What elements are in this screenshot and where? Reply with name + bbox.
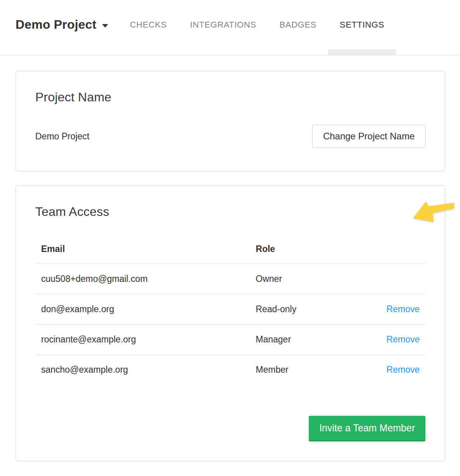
action-cell (355, 264, 425, 294)
project-switcher[interactable]: Demo Project (16, 17, 108, 37)
email-column-header: Email (35, 241, 250, 264)
email-cell: don@example.org (35, 294, 250, 325)
invite-row: Invite a Team Member (35, 416, 425, 441)
email-cell: cuu508+demo@gmail.com (35, 264, 250, 294)
role-cell: Read-only (250, 294, 355, 325)
tab-settings[interactable]: SETTINGS (328, 0, 396, 55)
tab-badges[interactable]: BADGES (268, 0, 328, 55)
nav-tabs: CHECKS INTEGRATIONS BADGES SETTINGS (118, 0, 396, 55)
remove-member-link[interactable]: Remove (386, 334, 420, 344)
table-header-row: Email Role (35, 241, 425, 264)
action-cell: Remove (355, 325, 425, 355)
change-project-name-button[interactable]: Change Project Name (312, 125, 425, 148)
role-column-header: Role (250, 241, 355, 264)
action-cell: Remove (355, 294, 425, 325)
invite-team-member-button[interactable]: Invite a Team Member (309, 416, 425, 441)
chevron-down-icon (102, 24, 108, 28)
team-access-card-title: Team Access (35, 205, 425, 219)
team-member-row: don@example.org Read-only Remove (35, 294, 425, 325)
project-settings-page: Demo Project CHECKS INTEGRATIONS BADGES … (0, 0, 460, 476)
actions-column-header (355, 241, 425, 264)
team-members-table: Email Role cuu508+demo@gmail.com Owner d… (35, 241, 425, 385)
team-member-row: sancho@example.org Member Remove (35, 355, 425, 385)
role-cell: Manager (250, 325, 355, 355)
project-name-card-title: Project Name (35, 90, 425, 104)
project-switcher-label: Demo Project (16, 17, 97, 32)
project-name-row: Demo Project Change Project Name (35, 125, 425, 148)
tab-integrations[interactable]: INTEGRATIONS (178, 0, 268, 55)
team-access-card: Team Access Email Role cuu508+demo@gmail… (16, 186, 445, 461)
top-nav: Demo Project CHECKS INTEGRATIONS BADGES … (0, 0, 460, 56)
project-name-value: Demo Project (35, 131, 89, 142)
role-cell: Member (250, 355, 355, 385)
tab-checks[interactable]: CHECKS (118, 0, 178, 55)
email-cell: sancho@example.org (35, 355, 250, 385)
remove-member-link[interactable]: Remove (386, 365, 420, 375)
email-cell: rocinante@example.org (35, 325, 250, 355)
role-cell: Owner (250, 264, 355, 294)
action-cell: Remove (355, 355, 425, 385)
team-member-row: cuu508+demo@gmail.com Owner (35, 264, 425, 294)
remove-member-link[interactable]: Remove (386, 304, 420, 314)
team-member-row: rocinante@example.org Manager Remove (35, 325, 425, 355)
project-name-card: Project Name Demo Project Change Project… (16, 71, 445, 171)
